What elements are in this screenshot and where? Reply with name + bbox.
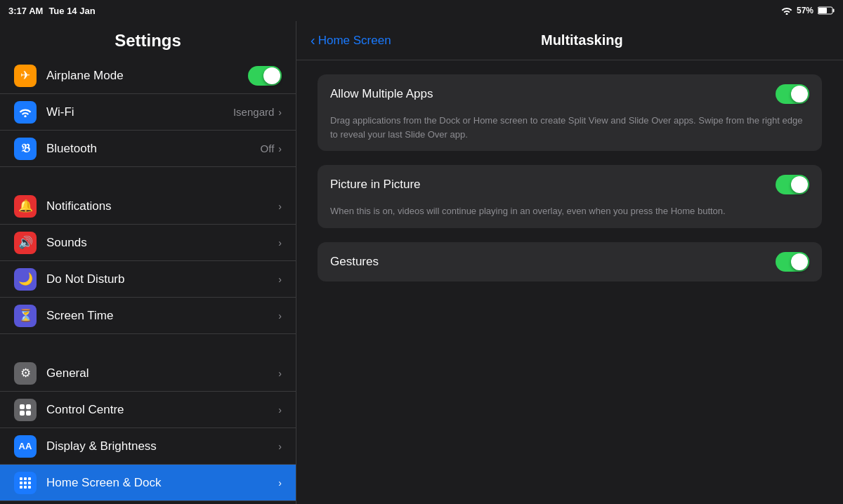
gestures-toggle[interactable] [776,252,809,272]
sounds-icon: 🔊 [14,232,37,254]
svg-rect-10 [20,482,22,484]
detail-title: Multitasking [391,32,773,48]
sidebar-section-1: ✈ Airplane Mode Wi-Fi Isengard › [0,58,296,167]
sidebar-item-general[interactable]: ⚙ General › [0,355,296,392]
bluetooth-chevron: › [278,143,282,154]
do-not-disturb-chevron: › [278,274,282,285]
sounds-chevron: › [278,237,282,248]
status-date: Tue 14 Jan [48,6,95,16]
allow-multiple-apps-toggle[interactable] [776,84,809,104]
screen-time-chevron: › [278,310,282,321]
notifications-label: Notifications [46,199,278,213]
screen-time-icon: ⏳ [14,305,37,327]
sidebar-item-screen-time[interactable]: ⏳ Screen Time › [0,298,296,334]
svg-rect-6 [26,411,31,416]
control-centre-chevron: › [278,404,282,416]
picture-in-picture-card: Picture in Picture When this is on, vide… [318,165,822,228]
status-time: 3:17 AM [8,6,43,16]
notifications-icon: 🔔 [14,195,37,218]
wifi-icon [781,6,792,15]
allow-multiple-apps-row: Allow Multiple Apps [318,74,822,114]
svg-rect-4 [26,404,31,409]
bluetooth-value: Off [261,142,275,154]
allow-multiple-apps-description: Drag applications from the Dock or Home … [318,114,822,151]
svg-rect-7 [20,477,22,480]
detail-header: ‹ Home Screen Multitasking [296,21,843,60]
home-screen-label: Home Screen & Dock [46,476,278,490]
svg-rect-3 [20,404,25,409]
airplane-mode-toggle[interactable] [248,66,282,86]
svg-rect-5 [20,411,25,416]
main-content: Settings ✈ Airplane Mode [0,21,843,504]
sidebar-item-control-centre[interactable]: Control Centre › [0,392,296,428]
back-button[interactable]: ‹ Home Screen [311,32,391,48]
picture-in-picture-description: When this is on, videos will continue pl… [318,204,822,228]
sidebar: Settings ✈ Airplane Mode [0,21,296,504]
sidebar-item-wifi[interactable]: Wi-Fi Isengard › [0,94,296,131]
screen-time-label: Screen Time [46,309,278,323]
svg-rect-12 [28,482,31,484]
general-label: General [46,366,278,380]
bluetooth-label: Bluetooth [46,142,261,156]
sidebar-section-3: ⚙ General › Control Centre [0,355,296,504]
sounds-label: Sounds [46,236,278,250]
battery-percent: 57% [797,6,813,15]
sidebar-item-sounds[interactable]: 🔊 Sounds › [0,225,296,261]
do-not-disturb-icon: 🌙 [14,268,37,291]
detail-panel: ‹ Home Screen Multitasking Allow Multipl… [296,21,843,504]
section-gap-1 [0,167,296,188]
gestures-row: Gestures [318,242,822,281]
detail-body: Allow Multiple Apps Drag applications fr… [296,60,843,307]
svg-rect-11 [24,482,27,484]
display-brightness-chevron: › [278,441,282,452]
airplane-mode-icon: ✈ [14,65,37,87]
allow-multiple-apps-card: Allow Multiple Apps Drag applications fr… [318,74,822,151]
svg-rect-14 [24,486,27,489]
wifi-chevron: › [278,107,282,118]
do-not-disturb-label: Do Not Disturb [46,272,278,286]
battery-icon [818,6,835,15]
sidebar-item-home-screen[interactable]: Home Screen & Dock › [0,465,296,501]
sidebar-item-bluetooth[interactable]: 𝔅 Bluetooth Off › [0,131,296,167]
wifi-label: Wi-Fi [46,105,233,119]
svg-rect-8 [24,477,27,480]
control-centre-icon [14,399,37,421]
sidebar-title: Settings [0,21,296,58]
svg-rect-1 [833,9,835,13]
sidebar-item-do-not-disturb[interactable]: 🌙 Do Not Disturb › [0,261,296,298]
sidebar-list: ✈ Airplane Mode Wi-Fi Isengard › [0,58,296,504]
picture-in-picture-row: Picture in Picture [318,165,822,204]
bluetooth-icon: 𝔅 [14,138,37,160]
svg-rect-15 [28,486,31,489]
wifi-settings-icon [14,101,37,124]
picture-in-picture-label: Picture in Picture [330,178,776,192]
control-centre-label: Control Centre [46,403,278,417]
sidebar-item-airplane-mode[interactable]: ✈ Airplane Mode [0,58,296,94]
wifi-value: Isengard [233,106,274,118]
back-chevron-icon: ‹ [311,32,315,48]
allow-multiple-apps-label: Allow Multiple Apps [330,87,776,101]
general-chevron: › [278,368,282,379]
display-brightness-label: Display & Brightness [46,439,278,453]
section-gap-2 [0,334,296,355]
svg-rect-13 [20,486,22,489]
general-icon: ⚙ [14,362,37,385]
sidebar-section-2: 🔔 Notifications › 🔊 Sounds › 🌙 D [0,188,296,334]
svg-rect-2 [818,8,827,13]
back-label: Home Screen [318,34,391,48]
picture-in-picture-toggle[interactable] [776,175,809,194]
display-brightness-icon: AA [14,435,37,458]
home-screen-icon [14,472,37,494]
sidebar-item-display-brightness[interactable]: AA Display & Brightness › [0,428,296,465]
gestures-label: Gestures [330,255,776,269]
airplane-mode-label: Airplane Mode [46,69,248,83]
sidebar-item-notifications[interactable]: 🔔 Notifications › [0,188,296,225]
gestures-card: Gestures [318,242,822,281]
home-screen-chevron: › [278,477,282,489]
svg-rect-9 [28,477,31,480]
notifications-chevron: › [278,201,282,212]
status-bar: 3:17 AM Tue 14 Jan 57% [0,0,843,21]
sidebar-item-accessibility[interactable]: ♿ Accessibility › [0,501,296,504]
